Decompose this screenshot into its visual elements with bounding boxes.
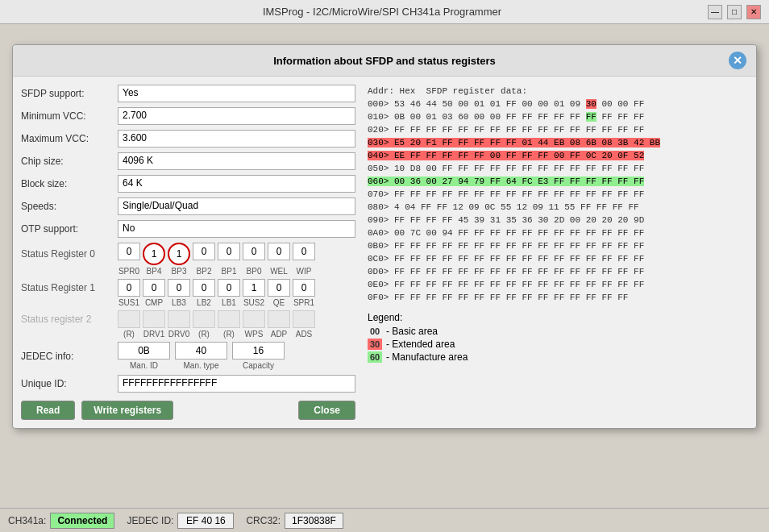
unique-id-row: Unique ID: FFFFFFFFFFFFFFFF — [21, 375, 355, 393]
bit-sus1[interactable]: 0 — [118, 279, 140, 297]
sfdp-row-0e0: 0E0> FF FF FF FF FF FF FF FF FF FF FF FF… — [368, 278, 748, 291]
bit-label-adp: ADP — [268, 330, 290, 339]
crc32-status: CRC32: 1F30838F — [246, 513, 343, 529]
bit-r3 — [218, 310, 240, 328]
chip-size-label: Chip size: — [21, 156, 118, 167]
sfdp-row-070: 070> FF FF FF FF FF FF FF FF FF FF FF FF… — [368, 188, 748, 201]
min-vcc-label: Minimum VCC: — [21, 110, 118, 122]
bit-lb1[interactable]: 0 — [218, 279, 240, 297]
legend: Legend: 00 - Basic area 30 - Extended ar… — [368, 312, 748, 363]
bit-label-drv0: DRV0 — [168, 330, 190, 339]
unique-id-label: Unique ID: — [21, 378, 118, 389]
min-vcc-row: Minimum VCC: 2.700 — [21, 107, 355, 125]
status-reg-0-labels: SPR0 BP4 BP3 BP2 BP1 BP0 WEL WIP — [118, 267, 355, 276]
bit-r2 — [193, 310, 215, 328]
bit-4-bp1[interactable]: 0 — [218, 243, 240, 260]
bit-qe[interactable]: 0 — [268, 279, 290, 297]
right-panel: Addr: Hex SFDP register data: 000> 53 46… — [368, 85, 748, 420]
bit-wps — [243, 310, 265, 328]
sfdp-row-010: 010> 0B 00 01 03 60 00 00 FF FF FF FF FF… — [368, 110, 748, 123]
window-controls[interactable]: — □ ✕ — [708, 5, 761, 19]
bit-label-cmp: CMP — [143, 298, 165, 307]
jedec-capacity-value[interactable]: 16 — [232, 342, 285, 360]
bit-0-spro[interactable]: 0 — [118, 243, 140, 260]
chip-size-value: 4096 K — [118, 152, 355, 170]
sfdp-support-row: SFDP support: Yes — [21, 85, 355, 102]
close-button[interactable]: Close — [298, 401, 355, 420]
sfdp-row-030: 030> E5 20 F1 FF FF FF FF FF 01 44 EB 08… — [368, 136, 748, 149]
bit-label-spr1: SPR1 — [293, 298, 315, 307]
sfdp-row-020: 020> FF FF FF FF FF FF FF FF FF FF FF FF… — [368, 123, 748, 136]
bit-lb3[interactable]: 0 — [168, 279, 190, 297]
bit-2-bp3[interactable]: 1 — [168, 243, 190, 265]
maximize-button[interactable]: □ — [727, 5, 742, 19]
sfdp-row-0c0: 0C0> FF FF FF FF FF FF FF FF FF FF FF FF… — [368, 252, 748, 265]
sfdp-row-060: 060> 00 36 00 27 94 79 FF 64 FC E3 FF FF… — [368, 175, 748, 188]
dialog-close-button[interactable]: ✕ — [729, 52, 746, 69]
sfdp-header: Addr: Hex SFDP register data: — [368, 85, 748, 98]
bit-lb2[interactable]: 0 — [193, 279, 215, 297]
bit-label-bp0: BP0 — [243, 267, 265, 276]
jedec-value: EF 40 16 — [177, 513, 234, 529]
status-reg-1-row: Status Register 1 0 0 0 0 0 1 0 0 — [21, 279, 355, 297]
status-reg-2-labels: (R) DRV1 DRV0 (R) (R) WPS ADP ADS — [118, 330, 355, 339]
jedec-status: JEDEC ID: EF 40 16 — [127, 513, 234, 529]
bit-label-spro: SPR0 — [118, 267, 140, 276]
otp-support-row: OTP support: No — [21, 220, 355, 238]
bit-label-r3: (R) — [218, 330, 240, 339]
bit-label-bp3: BP3 — [168, 267, 190, 276]
jedec-capacity-label: Capacity — [243, 361, 274, 370]
bit-1-bp4[interactable]: 1 — [143, 243, 165, 265]
window-title: IMSProg - I2C/MicroWire/SPI CH341a Progr… — [56, 6, 708, 18]
ch341a-label: CH341a: — [8, 515, 46, 526]
button-row: Read Write registers Close — [21, 401, 355, 420]
status-reg-0-bits: 0 1 1 0 0 0 0 0 — [118, 243, 315, 265]
status-bar: CH341a: Connected JEDEC ID: EF 40 16 CRC… — [0, 508, 769, 532]
bit-label-bp1: BP1 — [218, 267, 240, 276]
bit-drv0 — [168, 310, 190, 328]
legend-title: Legend: — [368, 312, 748, 323]
bit-label-bp2: BP2 — [193, 267, 215, 276]
write-registers-button[interactable]: Write registers — [81, 401, 173, 420]
sfdp-row-040: 040> EE FF FF FF FF FF 00 FF FF FF 00 FF… — [368, 149, 748, 162]
jedec-capacity-field: 16 Capacity — [232, 342, 285, 370]
jedec-info-label: JEDEC info: — [21, 351, 118, 362]
bit-label-wps: WPS — [243, 330, 265, 339]
status-reg-1-bits: 0 0 0 0 0 1 0 0 — [118, 279, 315, 297]
bit-label-drv1: DRV1 — [143, 330, 165, 339]
sfdp-row-090: 090> FF FF FF FF 45 39 31 35 36 30 2D 00… — [368, 214, 748, 227]
chip-size-row: Chip size: 4096 K — [21, 152, 355, 170]
legend-basic-dot: 00 — [368, 326, 382, 337]
sfdp-row-0f0: 0F0> FF FF FF FF FF FF FF FF FF FF FF FF… — [368, 291, 748, 304]
jedec-man-id-value[interactable]: 0B — [118, 342, 170, 360]
bit-7-wip[interactable]: 0 — [293, 243, 315, 260]
bit-5-bp0[interactable]: 0 — [243, 243, 265, 260]
jedec-man-type-label: Man. type — [184, 361, 219, 370]
bit-cmp[interactable]: 0 — [143, 279, 165, 297]
sfdp-row-050: 050> 10 D8 00 FF FF FF FF FF FF FF FF FF… — [368, 162, 748, 175]
jedec-man-id-label: Man. ID — [130, 361, 158, 370]
bit-sus2[interactable]: 1 — [243, 279, 265, 297]
bit-spr1[interactable]: 0 — [293, 279, 315, 297]
bit-3-bp2[interactable]: 0 — [193, 243, 215, 260]
bit-label-qe: QE — [268, 298, 290, 307]
sfdp-row-080: 080> 4 04 FF FF 12 09 0C 55 12 09 11 55 … — [368, 201, 748, 214]
bit-drv1 — [143, 310, 165, 328]
sfdp-row-0a0: 0A0> 00 7C 00 94 FF FF FF FF FF FF FF FF… — [368, 227, 748, 239]
otp-support-value: No — [118, 220, 355, 238]
sfdp-row-0b0: 0B0> FF FF FF FF FF FF FF FF FF FF FF FF… — [368, 239, 748, 252]
status-reg-2-row: Status register 2 — [21, 310, 355, 328]
jedec-man-type-field: 40 Man. type — [175, 342, 227, 370]
app-background: Information about SFDP and status regist… — [0, 24, 769, 532]
read-button[interactable]: Read — [21, 401, 75, 420]
minimize-button[interactable]: — — [708, 5, 722, 19]
window-close-button[interactable]: ✕ — [746, 5, 761, 19]
dialog-title: Information about SFDP and status regist… — [40, 55, 729, 67]
bit-6-wel[interactable]: 0 — [268, 243, 290, 260]
jedec-man-type-value[interactable]: 40 — [175, 342, 227, 360]
dialog-header: Information about SFDP and status regist… — [13, 45, 756, 77]
sfdp-support-label: SFDP support: — [21, 88, 118, 99]
unique-id-value: FFFFFFFFFFFFFFFF — [118, 375, 355, 393]
block-size-value: 64 K — [118, 175, 355, 193]
ch341a-status: CH341a: Connected — [8, 513, 114, 529]
